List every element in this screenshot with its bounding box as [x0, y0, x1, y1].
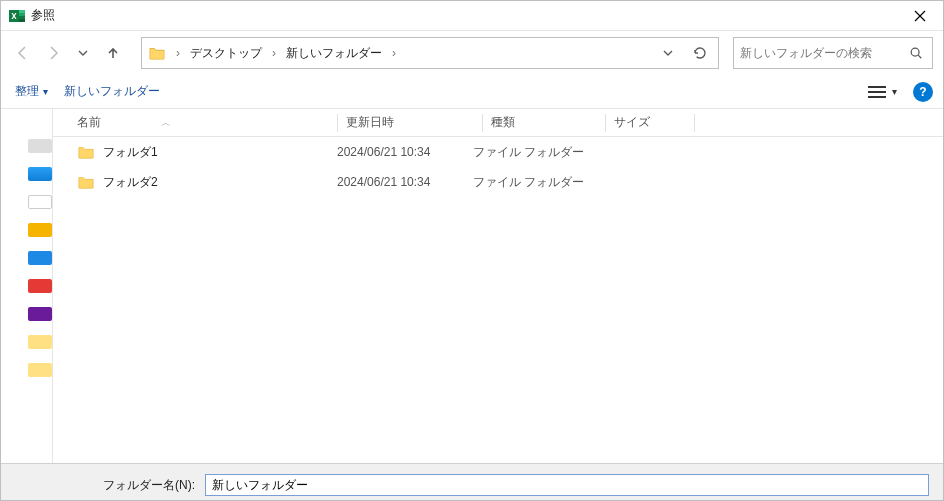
toolbar: 整理 ▾ 新しいフォルダー ▾ ? [1, 75, 943, 109]
organize-menu[interactable]: 整理 ▾ [11, 83, 52, 100]
column-header-size[interactable]: サイズ [614, 114, 694, 131]
chevron-right-icon[interactable]: › [172, 46, 184, 60]
nav-row: › デスクトップ › 新しいフォルダー › 新しいフォルダーの検索 [1, 31, 943, 75]
up-button[interactable] [101, 41, 125, 65]
forward-button[interactable] [41, 41, 65, 65]
item-name: フォルダ2 [103, 174, 158, 191]
column-headers: 名前 ︿ 更新日時 種類 サイズ [53, 109, 943, 137]
column-header-type[interactable]: 種類 [491, 114, 605, 131]
view-mode-button[interactable]: ▾ [868, 85, 897, 99]
svg-rect-3 [19, 16, 25, 19]
help-button[interactable]: ? [913, 82, 933, 102]
column-size-label: サイズ [614, 114, 650, 131]
item-date: 2024/06/21 10:34 [337, 145, 473, 159]
item-type: ファイル フォルダー [473, 144, 587, 161]
nav-tree[interactable] [1, 109, 53, 463]
column-divider[interactable] [482, 114, 483, 132]
titlebar: 参照 [1, 1, 943, 31]
item-date: 2024/06/21 10:34 [337, 175, 473, 189]
column-divider[interactable] [337, 114, 338, 132]
chevron-down-icon: ▾ [43, 86, 48, 97]
file-pane: 名前 ︿ 更新日時 種類 サイズ [53, 109, 943, 463]
item-type: ファイル フォルダー [473, 174, 587, 191]
column-header-date[interactable]: 更新日時 [346, 114, 482, 131]
folder-icon [77, 173, 95, 191]
sidebar-item[interactable] [28, 279, 52, 293]
new-folder-label: 新しいフォルダー [64, 83, 160, 100]
svg-rect-6 [868, 86, 886, 88]
search-placeholder: 新しいフォルダーの検索 [740, 45, 906, 62]
svg-rect-7 [868, 91, 886, 93]
close-button[interactable] [897, 1, 943, 31]
column-header-name[interactable]: 名前 ︿ [77, 114, 337, 131]
folder-name-label: フォルダー名(N): [15, 477, 195, 494]
list-item[interactable]: フォルダ1 2024/06/21 10:34 ファイル フォルダー [53, 137, 943, 167]
svg-rect-4 [19, 19, 25, 22]
svg-point-5 [911, 48, 919, 56]
chevron-right-icon[interactable]: › [268, 46, 280, 60]
recent-dropdown[interactable] [71, 41, 95, 65]
svg-rect-1 [19, 10, 25, 13]
sidebar-item[interactable] [28, 307, 52, 321]
search-icon [906, 46, 926, 60]
sidebar-item[interactable] [28, 167, 52, 181]
refresh-button[interactable] [686, 39, 714, 67]
folder-name-input[interactable] [205, 474, 929, 496]
sidebar-item[interactable] [28, 195, 52, 209]
breadcrumb-desktop[interactable]: デスクトップ [188, 45, 264, 62]
chevron-right-icon[interactable]: › [388, 46, 400, 60]
column-divider[interactable] [605, 114, 606, 132]
sidebar-item[interactable] [28, 223, 52, 237]
list-item[interactable]: フォルダ2 2024/06/21 10:34 ファイル フォルダー [53, 167, 943, 197]
footer: フォルダー名(N): [1, 463, 943, 500]
address-bar[interactable]: › デスクトップ › 新しいフォルダー › [141, 37, 719, 69]
svg-rect-8 [868, 96, 886, 98]
column-name-label: 名前 [77, 114, 101, 131]
sidebar-item[interactable] [28, 335, 52, 349]
sidebar-item[interactable] [28, 251, 52, 265]
back-button[interactable] [11, 41, 35, 65]
organize-label: 整理 [15, 83, 39, 100]
folder-icon [77, 143, 95, 161]
excel-icon [9, 8, 25, 24]
column-date-label: 更新日時 [346, 114, 394, 131]
address-history-dropdown[interactable] [654, 39, 682, 67]
chevron-down-icon: ▾ [892, 86, 897, 97]
svg-rect-2 [19, 13, 25, 16]
column-type-label: 種類 [491, 114, 515, 131]
breadcrumb-current[interactable]: 新しいフォルダー [284, 45, 384, 62]
sidebar-item[interactable] [28, 139, 52, 153]
sidebar-item[interactable] [28, 363, 52, 377]
sort-indicator-icon: ︿ [161, 116, 171, 130]
column-divider[interactable] [694, 114, 695, 132]
new-folder-button[interactable]: 新しいフォルダー [60, 83, 164, 100]
folder-icon [148, 44, 166, 62]
file-list[interactable]: フォルダ1 2024/06/21 10:34 ファイル フォルダー フォルダ2 … [53, 137, 943, 463]
window-title: 参照 [31, 7, 55, 24]
search-input[interactable]: 新しいフォルダーの検索 [733, 37, 933, 69]
item-name: フォルダ1 [103, 144, 158, 161]
